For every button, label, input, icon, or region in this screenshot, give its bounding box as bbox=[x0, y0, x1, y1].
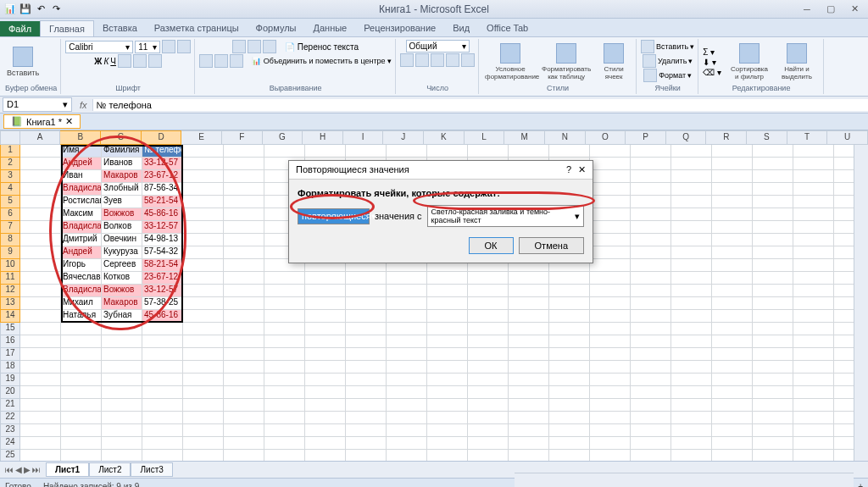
cell-O25[interactable] bbox=[590, 450, 631, 461]
cell-H17[interactable] bbox=[305, 348, 346, 361]
cell-N1[interactable] bbox=[549, 145, 590, 158]
cell-P17[interactable] bbox=[631, 348, 671, 361]
cell-P11[interactable] bbox=[631, 272, 671, 285]
cell-S3[interactable] bbox=[753, 170, 793, 183]
cell-E20[interactable] bbox=[183, 386, 224, 399]
cell-S25[interactable] bbox=[753, 450, 793, 461]
menu-tab-5[interactable]: Рецензирование bbox=[355, 20, 444, 36]
cell-A22[interactable] bbox=[20, 412, 61, 424]
cell-R23[interactable] bbox=[712, 424, 753, 437]
cell-H22[interactable] bbox=[305, 412, 346, 424]
align-top-icon[interactable] bbox=[232, 40, 246, 53]
cell-M14[interactable] bbox=[509, 310, 549, 323]
cell-H14[interactable] bbox=[305, 310, 346, 323]
cell-F10[interactable] bbox=[224, 259, 264, 272]
row-header-20[interactable]: 20 bbox=[0, 386, 20, 399]
cell-E9[interactable] bbox=[183, 246, 224, 259]
cell-F13[interactable] bbox=[224, 297, 264, 310]
cell-D5[interactable]: 58-21-54 bbox=[142, 196, 183, 208]
cell-C24[interactable] bbox=[102, 437, 142, 450]
cell-R14[interactable] bbox=[712, 310, 753, 323]
cell-O3[interactable] bbox=[590, 170, 631, 183]
cell-E16[interactable] bbox=[183, 335, 224, 348]
cell-F19[interactable] bbox=[224, 374, 264, 386]
font-size-select[interactable]: 11▾ bbox=[135, 41, 160, 53]
cell-M1[interactable] bbox=[509, 145, 549, 158]
workbook-tab[interactable]: 📗 Книга1 * ✕ bbox=[3, 114, 81, 129]
cell-G15[interactable] bbox=[264, 323, 305, 335]
cell-P22[interactable] bbox=[631, 412, 671, 424]
format-select[interactable]: Светло-красная заливка и темно-красный т… bbox=[427, 205, 584, 227]
cell-A12[interactable] bbox=[20, 285, 61, 297]
row-header-25[interactable]: 25 bbox=[0, 450, 20, 461]
cell-B15[interactable] bbox=[61, 323, 102, 335]
cell-E18[interactable] bbox=[183, 361, 224, 374]
cell-H21[interactable] bbox=[305, 399, 346, 412]
cell-Q7[interactable] bbox=[671, 221, 712, 234]
cell-I18[interactable] bbox=[346, 361, 387, 374]
cell-H1[interactable] bbox=[305, 145, 346, 158]
cell-B24[interactable] bbox=[61, 437, 102, 450]
cell-B11[interactable]: Вячеслав bbox=[61, 272, 102, 285]
cell-J1[interactable] bbox=[387, 145, 427, 158]
cell-B4[interactable]: Владислав bbox=[61, 183, 102, 196]
cell-B20[interactable] bbox=[61, 386, 102, 399]
cell-M11[interactable] bbox=[509, 272, 549, 285]
autosum-button[interactable]: Σ ▾ bbox=[703, 47, 721, 57]
cell-A14[interactable] bbox=[20, 310, 61, 323]
cell-O15[interactable] bbox=[590, 323, 631, 335]
cell-G19[interactable] bbox=[264, 374, 305, 386]
cell-D24[interactable] bbox=[142, 437, 183, 450]
cell-T23[interactable] bbox=[793, 424, 834, 437]
cell-J17[interactable] bbox=[387, 348, 427, 361]
cell-O21[interactable] bbox=[590, 399, 631, 412]
cell-B17[interactable] bbox=[61, 348, 102, 361]
cell-E6[interactable] bbox=[183, 208, 224, 221]
cell-M23[interactable] bbox=[509, 424, 549, 437]
cell-B1[interactable]: Имя bbox=[61, 145, 102, 158]
cell-M25[interactable] bbox=[509, 450, 549, 461]
cell-N15[interactable] bbox=[549, 323, 590, 335]
horizontal-scrollbar[interactable] bbox=[515, 473, 854, 487]
cell-O8[interactable] bbox=[590, 234, 631, 246]
cell-O19[interactable] bbox=[590, 374, 631, 386]
cell-P20[interactable] bbox=[631, 386, 671, 399]
cell-G16[interactable] bbox=[264, 335, 305, 348]
cell-Q15[interactable] bbox=[671, 323, 712, 335]
cell-M17[interactable] bbox=[509, 348, 549, 361]
cell-F7[interactable] bbox=[224, 221, 264, 234]
cell-K20[interactable] bbox=[427, 386, 468, 399]
cell-Q21[interactable] bbox=[671, 399, 712, 412]
cell-T15[interactable] bbox=[793, 323, 834, 335]
cell-E11[interactable] bbox=[183, 272, 224, 285]
cell-L23[interactable] bbox=[468, 424, 509, 437]
cell-O12[interactable] bbox=[590, 285, 631, 297]
cell-A3[interactable] bbox=[20, 170, 61, 183]
cell-P4[interactable] bbox=[631, 183, 671, 196]
cell-F5[interactable] bbox=[224, 196, 264, 208]
cell-B10[interactable]: Игорь bbox=[61, 259, 102, 272]
cell-O14[interactable] bbox=[590, 310, 631, 323]
cell-P9[interactable] bbox=[631, 246, 671, 259]
cell-H13[interactable] bbox=[305, 297, 346, 310]
cell-B9[interactable]: Андрей bbox=[61, 246, 102, 259]
menu-tab-3[interactable]: Формулы bbox=[248, 20, 305, 36]
align-middle-icon[interactable] bbox=[248, 40, 261, 53]
row-header-23[interactable]: 23 bbox=[0, 424, 20, 437]
cell-I20[interactable] bbox=[346, 386, 387, 399]
maximize-button[interactable]: ▢ bbox=[819, 2, 843, 17]
cell-E10[interactable] bbox=[183, 259, 224, 272]
cell-J14[interactable] bbox=[387, 310, 427, 323]
cell-A11[interactable] bbox=[20, 272, 61, 285]
cell-H23[interactable] bbox=[305, 424, 346, 437]
cell-A25[interactable] bbox=[20, 450, 61, 461]
inc-decimal-icon[interactable] bbox=[446, 53, 459, 67]
cell-E12[interactable] bbox=[183, 285, 224, 297]
cell-G18[interactable] bbox=[264, 361, 305, 374]
cell-F25[interactable] bbox=[224, 450, 264, 461]
cell-N24[interactable] bbox=[549, 437, 590, 450]
align-left-icon[interactable] bbox=[199, 54, 213, 68]
cell-A15[interactable] bbox=[20, 323, 61, 335]
row-header-2[interactable]: 2 bbox=[0, 158, 20, 170]
cell-Q24[interactable] bbox=[671, 437, 712, 450]
